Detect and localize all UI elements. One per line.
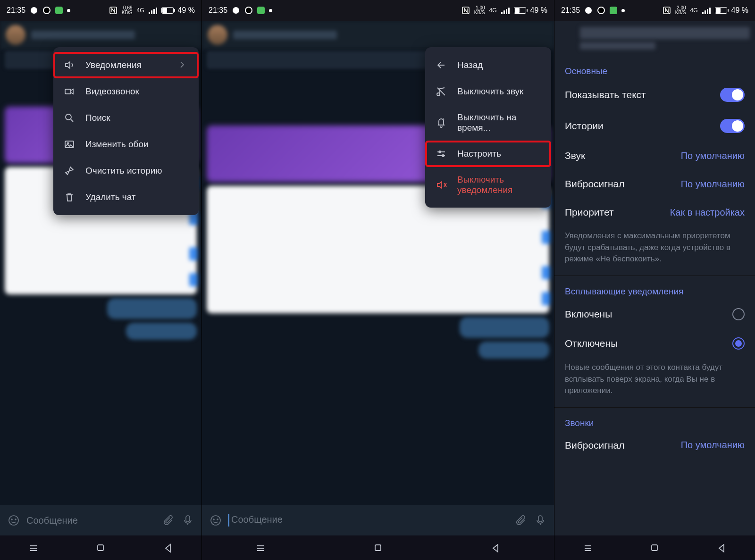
contact-status-blurred: [580, 42, 655, 50]
menu-customize[interactable]: Настроить: [425, 141, 551, 167]
mic-icon[interactable]: [534, 514, 546, 527]
menu-mute-temporarily[interactable]: z Выключить на время...: [425, 105, 551, 141]
message-input-bar: Сообщение: [0, 505, 201, 535]
net-speed: 0,69KB/S: [122, 6, 133, 15]
toggle-switch[interactable]: [720, 88, 745, 102]
screen-3-settings: 21:35 2,00KB/S 4G 49 % Основные Показыва…: [554, 0, 755, 560]
home-icon[interactable]: [373, 543, 383, 553]
toggle-switch[interactable]: [720, 119, 745, 133]
menu-clear-history[interactable]: Очистить историю: [53, 158, 199, 184]
svg-point-9: [15, 519, 16, 520]
battery-icon: [514, 7, 526, 14]
menu-mute-sound[interactable]: Выключить звук: [425, 78, 551, 105]
status-dot: [67, 9, 70, 12]
home-icon[interactable]: [95, 543, 106, 553]
chrome-icon: [597, 6, 605, 15]
row-popup-disabled[interactable]: Отключены: [554, 329, 755, 358]
app-icon: [610, 7, 617, 14]
svg-point-12: [233, 7, 239, 14]
chrome-icon: [42, 6, 51, 15]
svg-rect-21: [538, 516, 542, 522]
battery-icon: [715, 7, 727, 14]
back-icon[interactable]: [490, 543, 501, 553]
menu-disable-notifications[interactable]: Выключить уведомления: [425, 167, 551, 203]
row-call-vibration[interactable]: Вибросигнал По умолчанию: [554, 431, 755, 460]
text-cursor: [228, 514, 229, 527]
search-icon: [64, 112, 75, 124]
back-icon[interactable]: [163, 543, 173, 553]
radio-button[interactable]: [732, 308, 745, 320]
svg-rect-11: [98, 545, 103, 551]
message-input[interactable]: Сообщение: [228, 514, 509, 527]
context-menu: Уведомления Видеозвонок Поиск Изменить о…: [53, 47, 199, 215]
row-priority[interactable]: Приоритет Как в настройках: [554, 198, 755, 226]
videocam-icon: [64, 86, 75, 97]
contact-name-blurred: [580, 27, 750, 39]
attach-icon[interactable]: [163, 514, 175, 527]
signal-type: 4G: [137, 7, 144, 14]
row-value: По умолчанию: [681, 150, 745, 161]
recent-apps-icon[interactable]: [28, 543, 39, 553]
status-time: 21:35: [7, 6, 25, 15]
chat-header-blurred: [202, 21, 554, 49]
mic-icon[interactable]: [182, 514, 194, 527]
settings-body[interactable]: Основные Показывать текст Истории Звук П…: [554, 56, 755, 535]
message-input-bar: Сообщение: [202, 505, 554, 535]
status-bar: 21:35 1,00KB/S 4G 49 %: [202, 0, 554, 21]
menu-search[interactable]: Поиск: [53, 105, 199, 131]
radio-button[interactable]: [732, 337, 745, 350]
nfc-icon: [461, 6, 470, 15]
svg-point-0: [31, 7, 37, 14]
svg-point-18: [211, 516, 220, 525]
menu-wallpaper[interactable]: Изменить обои: [53, 131, 199, 158]
status-dot: [621, 9, 625, 12]
row-sound[interactable]: Звук По умолчанию: [554, 142, 755, 170]
chat-background: Уведомления Видеозвонок Поиск Изменить о…: [0, 21, 201, 505]
svg-rect-10: [186, 516, 190, 522]
home-icon[interactable]: [649, 543, 660, 553]
settings-header: [554, 21, 755, 56]
section-title-popup: Всплывающие уведомления: [554, 276, 755, 300]
emoji-icon[interactable]: [8, 514, 20, 527]
status-dot: [269, 9, 272, 12]
svg-point-4: [66, 114, 71, 120]
menu-notifications[interactable]: Уведомления: [53, 52, 199, 78]
menu-delete-chat[interactable]: Удалить чат: [53, 184, 199, 210]
row-stories[interactable]: Истории: [554, 110, 755, 142]
signal-bars-icon: [501, 7, 510, 14]
soft-keys: [0, 535, 201, 560]
back-icon[interactable]: [716, 543, 727, 553]
menu-videocall[interactable]: Видеозвонок: [53, 78, 199, 105]
svg-rect-3: [65, 89, 71, 94]
row-vibration[interactable]: Вибросигнал По умолчанию: [554, 170, 755, 198]
sliders-icon: [436, 148, 447, 159]
status-time: 21:35: [561, 6, 580, 15]
row-show-text[interactable]: Показывать текст: [554, 79, 755, 110]
avatar: [6, 25, 25, 45]
menu-label: Поиск: [85, 113, 110, 123]
svg-point-19: [213, 519, 214, 520]
row-label: Отключены: [565, 338, 618, 349]
battery-percent: 49 %: [178, 6, 195, 15]
notifications-submenu: Назад Выключить звук z Выключить на врем…: [425, 47, 551, 208]
row-label: Вибросигнал: [565, 178, 625, 190]
net-speed: 2,00KB/S: [675, 6, 686, 15]
recent-apps-icon[interactable]: [583, 543, 593, 553]
menu-back[interactable]: Назад: [425, 52, 551, 78]
emoji-icon[interactable]: [210, 514, 222, 527]
chat-header-blurred: [0, 21, 201, 49]
soft-keys: [202, 535, 554, 560]
row-label: Истории: [565, 120, 604, 132]
status-bar: 21:35 2,00KB/S 4G 49 %: [554, 0, 755, 21]
app-icon: [55, 7, 63, 14]
svg-point-8: [11, 519, 12, 520]
svg-point-13: [245, 7, 252, 14]
attach-icon[interactable]: [515, 514, 528, 527]
message-input[interactable]: Сообщение: [26, 515, 156, 526]
recent-apps-icon[interactable]: [255, 543, 266, 553]
row-popup-enabled[interactable]: Включены: [554, 300, 755, 329]
menu-label: Выключить звук: [457, 86, 523, 97]
nfc-icon: [663, 6, 671, 15]
battery-percent: 49 %: [731, 6, 748, 15]
menu-label: Назад: [457, 60, 483, 70]
